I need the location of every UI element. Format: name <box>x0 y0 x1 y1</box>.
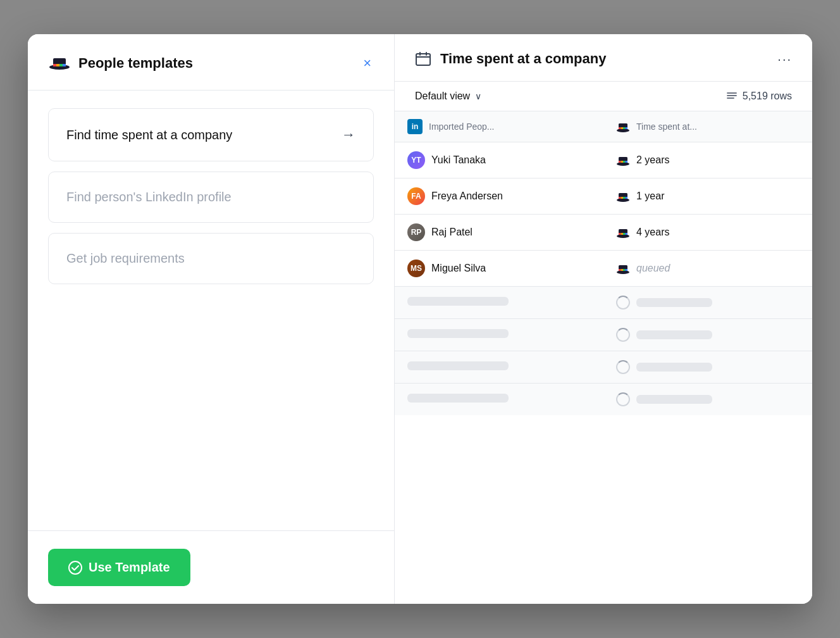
template-item-get-job[interactable]: Get job requirements <box>48 233 374 284</box>
right-header: Time spent at a company ··· <box>395 34 812 82</box>
svg-rect-18 <box>621 161 624 163</box>
loading-row <box>395 287 812 319</box>
svg-rect-23 <box>619 197 621 199</box>
time-raj: 4 years <box>636 227 669 238</box>
svg-rect-16 <box>619 157 627 164</box>
templates-list: Find time spent at a company → Find pers… <box>28 91 394 530</box>
template-item-text: Find person's LinkedIn profile <box>66 190 232 204</box>
right-panel-title: Time spent at a company <box>440 51 769 67</box>
col-header-time: Time spent at... <box>603 111 812 142</box>
name-miguel: Miguel Silva <box>431 263 486 274</box>
svg-rect-13 <box>623 127 626 129</box>
loading-cell-name <box>395 351 603 384</box>
loading-cell-time <box>603 319 812 351</box>
svg-rect-31 <box>623 233 626 235</box>
cell-time-yuki: 2 years <box>603 142 812 178</box>
use-template-label: Use Template <box>89 560 170 575</box>
linkedin-badge-icon: in <box>407 119 423 134</box>
rows-icon <box>726 91 738 102</box>
col-header-name-text: Imported Peop... <box>429 122 495 132</box>
svg-rect-3 <box>53 64 56 66</box>
arrow-right-icon: → <box>342 127 355 143</box>
check-circle-icon <box>68 561 82 575</box>
loading-spinner <box>616 296 630 310</box>
loading-cell-name <box>395 319 603 351</box>
hat-row-icon <box>616 191 630 202</box>
name-raj: Raj Patel <box>431 227 472 238</box>
template-item-text: Find time spent at a company <box>66 128 232 142</box>
hat-row-icon <box>616 227 630 238</box>
svg-rect-38 <box>626 269 628 271</box>
table-row[interactable]: YT Yuki Tanaka <box>395 142 812 178</box>
loading-row <box>395 384 812 416</box>
time-freya: 1 year <box>636 191 664 202</box>
hat-row-icon <box>616 263 630 274</box>
svg-rect-8 <box>416 54 430 65</box>
skeleton-name <box>407 329 509 338</box>
more-options-button[interactable]: ··· <box>777 52 792 66</box>
rows-count-text: 5,519 rows <box>743 91 792 102</box>
svg-rect-29 <box>619 233 621 235</box>
close-button[interactable]: × <box>361 54 374 73</box>
loading-cell-time <box>603 287 812 319</box>
data-table: in Imported Peop... <box>395 111 812 415</box>
col-header-time-text: Time spent at... <box>636 122 697 132</box>
cell-time-miguel: queued <box>603 251 812 287</box>
skeleton-name <box>407 394 509 403</box>
calendar-icon <box>415 51 431 67</box>
table-row[interactable]: MS Miguel Silva <box>395 251 812 287</box>
table-row[interactable]: FA Freya Andersen <box>395 178 812 215</box>
cell-time-freya: 1 year <box>603 178 812 215</box>
rows-count: 5,519 rows <box>726 91 792 102</box>
avatar-yuki: YT <box>407 151 425 169</box>
skeleton-time <box>636 363 712 372</box>
svg-rect-10 <box>619 123 627 130</box>
right-panel: Time spent at a company ··· Default view… <box>395 34 812 604</box>
table-area: in Imported Peop... <box>395 111 812 604</box>
default-view-dropdown[interactable]: Default view ∨ <box>415 91 481 102</box>
time-miguel: queued <box>636 263 670 274</box>
svg-rect-37 <box>623 269 626 271</box>
svg-rect-22 <box>619 193 627 200</box>
table-row[interactable]: RP Raj Patel <box>395 215 812 251</box>
time-yuki: 2 years <box>636 154 669 166</box>
svg-rect-17 <box>619 161 621 163</box>
cell-name-miguel: MS Miguel Silva <box>395 251 603 287</box>
svg-rect-26 <box>626 197 628 199</box>
svg-rect-28 <box>619 229 627 236</box>
loading-row <box>395 319 812 351</box>
name-freya: Freya Andersen <box>431 191 503 202</box>
svg-rect-35 <box>619 269 621 271</box>
svg-rect-36 <box>621 269 624 271</box>
svg-rect-20 <box>626 161 628 163</box>
svg-rect-30 <box>621 233 624 235</box>
template-item-find-linkedin[interactable]: Find person's LinkedIn profile <box>48 172 374 223</box>
skeleton-time <box>636 395 712 404</box>
left-header: People templates × <box>28 34 394 91</box>
toolbar: Default view ∨ 5,519 rows <box>395 82 812 111</box>
cell-time-raj: 4 years <box>603 215 812 251</box>
svg-rect-12 <box>621 127 624 129</box>
loading-cell-name <box>395 384 603 416</box>
default-view-label: Default view <box>415 91 470 102</box>
skeleton-time <box>636 330 712 339</box>
svg-rect-5 <box>59 64 63 66</box>
svg-rect-11 <box>619 127 621 129</box>
hat-col-icon <box>616 121 630 132</box>
loading-cell-time <box>603 351 812 384</box>
loading-cell-time <box>603 384 812 416</box>
chevron-down-icon: ∨ <box>475 91 481 101</box>
name-yuki: Yuki Tanaka <box>431 154 486 166</box>
use-template-button[interactable]: Use Template <box>48 549 190 586</box>
svg-rect-32 <box>626 233 628 235</box>
main-container: People templates × Find time spent at a … <box>28 34 812 604</box>
svg-rect-34 <box>619 265 627 272</box>
loading-spinner <box>616 392 630 406</box>
left-panel: People templates × Find time spent at a … <box>28 34 395 604</box>
template-item-text: Get job requirements <box>66 251 185 266</box>
loading-row <box>395 351 812 384</box>
brand-hat-icon <box>48 52 71 75</box>
template-item-find-time[interactable]: Find time spent at a company → <box>48 108 374 161</box>
skeleton-name <box>407 361 509 370</box>
avatar-raj: RP <box>407 223 425 241</box>
